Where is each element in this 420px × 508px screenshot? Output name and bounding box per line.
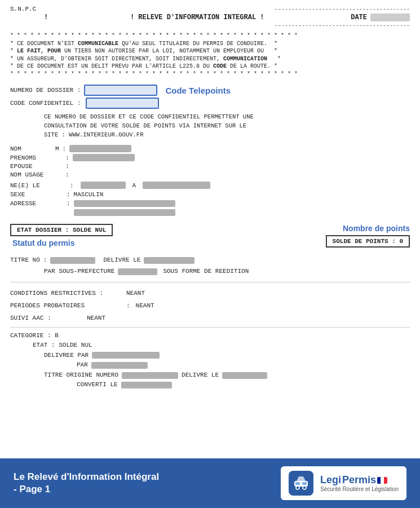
categorie-row: CATEGORIE : B: [10, 331, 410, 341]
adresse-lines: [74, 200, 175, 216]
titre-origine-row: TITRE ORIGINE NUMERO DELIVRE LE: [44, 370, 410, 381]
par-ssp-value: [118, 268, 157, 275]
colon1: :: [63, 145, 67, 152]
france-flag: [377, 477, 387, 484]
periodes-label: PERIODES PROBATOIRES: [10, 301, 123, 311]
header-title: ! RELEVE D'INFORMATION INTEGRAL !: [48, 14, 346, 21]
ne-le-label: NE(E) LE: [10, 182, 67, 189]
svg-rect-4: [295, 482, 300, 485]
snpc-label: S.N.P.C: [10, 6, 36, 12]
dossier-section: NUMERO DE DOSSIER : Code Telepoints CODE…: [10, 85, 410, 139]
titre-origine-value: [122, 372, 178, 379]
dossier-code-row: CODE CONFIDENTIEL :: [10, 98, 254, 109]
titre-origine-label: TITRE ORIGINE NUMERO: [44, 370, 118, 381]
dossier-code-label: CODE CONFIDENTIEL :: [10, 100, 81, 107]
nombre-points-label: Nombre de points: [343, 224, 410, 233]
delivree-par-label: DELIVREE PAR: [44, 351, 89, 361]
legi-permis-title: LegiPermis: [320, 474, 399, 486]
etat-section: ETAT DOSSIER : SOLDE NUL Statut du permi…: [10, 224, 410, 248]
epouse-row: EPOUSE :: [10, 163, 410, 170]
footer-line1: Le Relevé d'Information Intégral: [14, 471, 159, 483]
dossier-numero-input[interactable]: [84, 85, 157, 96]
etat-dossier-box: ETAT DOSSIER : SOLDE NUL: [10, 224, 113, 236]
colon2: :: [65, 154, 69, 161]
cond-restrictives-label: CONDITIONS RESTRICTIVES :: [10, 288, 123, 299]
header-date: DATE: [351, 14, 367, 21]
converti-le-label: CONVERTI LE: [77, 380, 118, 390]
etat-left: ETAT DOSSIER : SOLDE NUL Statut du permi…: [10, 224, 113, 248]
etat-right: Nombre de points SOLDE DE POINTS : 0: [326, 224, 410, 248]
prenoms-label: PRENOMS: [10, 154, 65, 161]
footer-right: LegiPermis Sécurité Routière et Législat…: [281, 466, 406, 500]
nom-usage-label: NOM USAGE: [10, 171, 65, 178]
legi-text: Legi: [320, 474, 341, 486]
delivre-le-value2: [222, 372, 267, 379]
periodes-value: NEANT: [136, 301, 154, 311]
ne-colon: :: [70, 182, 74, 189]
footer-subtitle: Sécurité Routière et Législation: [320, 486, 399, 492]
converti-le-value: [121, 382, 172, 388]
header: S.N.P.C --------------------------------…: [10, 6, 410, 12]
page: S.N.P.C --------------------------------…: [0, 0, 420, 508]
nom-usage-row: NOM USAGE :: [10, 171, 410, 178]
sous-forme-label: SOUS FORME DE REEDITION: [163, 267, 249, 277]
footer-left: Le Relevé d'Information Intégral - Page …: [14, 471, 159, 496]
svg-point-3: [303, 486, 306, 489]
cond-restrictives-value: NEANT: [126, 288, 145, 299]
personal-info: NOM M : PRENOMS : EPOUSE : NOM USAGE :: [10, 145, 410, 178]
a-label: A: [132, 182, 136, 189]
dashes-top: ----------------------------------------: [275, 6, 410, 12]
svg-rect-5: [302, 482, 307, 485]
suivi-value: NEANT: [87, 313, 105, 324]
epouse-label: EPOUSE: [10, 163, 65, 170]
nom-value: [69, 145, 131, 152]
dossier-info-content: CE NUMERO DE DOSSIER ET CE CODE CONFIDEN…: [44, 113, 254, 138]
sexe-label: SEXE: [10, 191, 67, 198]
adresse-row: ADRESSE :: [10, 200, 410, 216]
colon3: :: [65, 163, 69, 170]
solde-box: SOLDE DE POINTS : 0: [326, 235, 410, 248]
sexe-row: SEXE : MASCULIN: [10, 191, 410, 198]
par-row: PAR: [77, 360, 410, 370]
prenoms-value: [73, 154, 135, 161]
delivre-le-value: [144, 257, 194, 264]
etat-cat-label: ETAT : SOLDE NUL: [33, 342, 92, 348]
conditions-section: CONDITIONS RESTRICTIVES : NEANT PERIODES…: [10, 288, 410, 323]
permis-text: Permis: [342, 474, 376, 486]
dossier-code-input[interactable]: [86, 98, 159, 109]
separator1: [10, 282, 410, 282]
main-content: S.N.P.C --------------------------------…: [0, 0, 420, 458]
header-excl1: !: [44, 14, 48, 21]
ne-le-lieu: [143, 182, 210, 189]
sexe-value: MASCULIN: [74, 191, 104, 198]
stars-block: * * * * * * * * * * * * * * * * * * * * …: [10, 32, 410, 78]
ne-le-row: NE(E) LE : A: [10, 182, 410, 189]
adresse-line1: [74, 200, 175, 207]
nom-row: NOM M :: [10, 145, 410, 152]
delivre-le-label: DELIVRE LE: [103, 255, 140, 266]
periodes-colon: :: [126, 301, 130, 311]
m-label: M: [55, 145, 59, 152]
par-label2: PAR: [77, 360, 88, 370]
etat-cat-row: ETAT : SOLDE NUL: [33, 341, 410, 351]
header-main-row: ! ! RELEVE D'INFORMATION INTEGRAL ! DATE: [10, 14, 410, 21]
nom-label: NOM: [10, 145, 55, 152]
separator2: [10, 327, 410, 328]
par-ssp-label: PAR SOUS-PREFECTURE: [44, 267, 114, 277]
footer-logo-icon: [289, 471, 313, 496]
titre-no-label: TITRE NO: [10, 255, 40, 266]
delivree-par-value: [92, 352, 160, 359]
footer-logo-text: LegiPermis Sécurité Routière et Législat…: [320, 474, 399, 492]
delivre-le-label2: DELIVRE LE: [182, 370, 219, 381]
dossier-numero-row: NUMERO DE DOSSIER : Code Telepoints: [10, 85, 254, 96]
categorie-section: CATEGORIE : B ETAT : SOLDE NUL DELIVREE …: [10, 331, 410, 391]
par-value: [91, 362, 148, 369]
titre-colon1: :: [43, 255, 47, 266]
dashes-bottom: ----------------------------------------: [10, 23, 410, 29]
delivree-par-row: DELIVREE PAR: [44, 351, 410, 361]
titre-no-value: [50, 257, 95, 264]
prenoms-row: PRENOMS :: [10, 154, 410, 161]
colon4: :: [65, 171, 69, 178]
categorie-label: CATEGORIE : B: [10, 332, 59, 339]
footer-line2: - Page 1: [14, 483, 159, 496]
